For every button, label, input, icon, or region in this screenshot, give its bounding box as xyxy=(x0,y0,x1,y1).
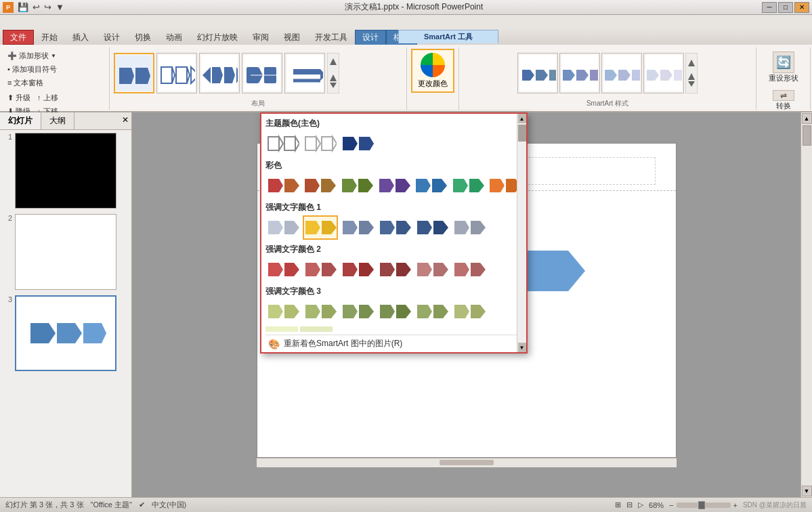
close-btn[interactable]: ✕ xyxy=(794,2,809,13)
view-reading-icon[interactable]: ▷ xyxy=(638,500,643,509)
svg-marker-189 xyxy=(480,305,486,318)
layout-btn-5[interactable] xyxy=(284,53,325,93)
slide-item-3[interactable]: 3 xyxy=(3,295,129,371)
right-scrollbar[interactable]: ▲ ▼ xyxy=(800,112,812,497)
theme-color-3[interactable] xyxy=(340,131,375,156)
tab-file[interactable]: 文件 xyxy=(3,30,34,45)
redo-quick-btn[interactable]: ↪ xyxy=(43,2,53,12)
theme-color-2[interactable] xyxy=(303,131,338,156)
customize-quick-btn[interactable]: ▼ xyxy=(54,2,66,12)
accent3-5[interactable] xyxy=(414,299,450,324)
color-3[interactable] xyxy=(339,173,375,198)
accent1-6[interactable] xyxy=(452,215,487,240)
theme-color-label: 主题颜色(主色) xyxy=(265,118,522,129)
save-quick-btn[interactable]: 💾 xyxy=(16,2,30,12)
accent3-3[interactable] xyxy=(340,299,375,324)
text-pane-btn[interactable]: ≡ 文本窗格 xyxy=(5,76,45,89)
add-bullet-btn[interactable]: • 添加项目符号 xyxy=(5,62,59,76)
slide-thumb-3[interactable] xyxy=(15,295,116,371)
theme-color-1[interactable] xyxy=(265,131,301,156)
accent2-5[interactable] xyxy=(414,257,450,282)
change-color-btn[interactable]: 更改颜色 xyxy=(411,49,454,93)
zoom-thumb[interactable] xyxy=(698,501,705,509)
accent1-4[interactable] xyxy=(377,215,412,240)
accent3-4[interactable] xyxy=(377,299,412,324)
style-btn-1[interactable] xyxy=(517,53,558,93)
tab-outline[interactable]: 大纲 xyxy=(41,112,74,129)
tab-insert[interactable]: 插入 xyxy=(65,30,96,45)
accent3-6[interactable] xyxy=(452,299,487,324)
accent2-6[interactable] xyxy=(452,257,487,282)
slide-thumb-1[interactable] xyxy=(15,133,116,209)
svg-marker-116 xyxy=(506,179,515,192)
color-4[interactable] xyxy=(377,173,412,198)
layout-btn-4[interactable] xyxy=(242,53,282,93)
svg-marker-110 xyxy=(453,179,464,192)
layout-scroll-up[interactable] xyxy=(327,53,339,93)
accent2-4[interactable] xyxy=(377,257,412,282)
color-5[interactable] xyxy=(413,173,448,198)
accent1-1[interactable] xyxy=(265,215,301,240)
recolor-smartart-btn[interactable]: 🎨 重新着色SmartArt 图中的图片(R) xyxy=(265,335,522,352)
tab-design[interactable]: 设计 xyxy=(96,30,127,45)
svg-marker-166 xyxy=(268,305,279,318)
tab-animations[interactable]: 动画 xyxy=(158,30,190,45)
scroll-thumb[interactable] xyxy=(803,125,811,146)
tab-transitions[interactable]: 切换 xyxy=(127,30,158,45)
zoom-slider[interactable] xyxy=(677,503,731,508)
add-shape-dropdown-icon[interactable]: ▼ xyxy=(51,53,56,59)
tab-home[interactable]: 开始 xyxy=(34,30,65,45)
accent2-3[interactable] xyxy=(340,257,375,282)
accent3-2[interactable] xyxy=(303,299,338,324)
tab-smartart-design[interactable]: 设计 xyxy=(355,30,386,45)
svg-marker-3 xyxy=(135,68,148,84)
minimize-btn[interactable]: ─ xyxy=(762,2,777,13)
dropdown-scrollbar[interactable]: ▲ ▼ xyxy=(517,114,526,352)
layout-btn-2[interactable] xyxy=(156,53,197,93)
style-btn-4[interactable] xyxy=(643,53,684,93)
dropdown-scroll-down[interactable]: ▼ xyxy=(518,343,526,352)
tab-slideshow[interactable]: 幻灯片放映 xyxy=(190,30,245,45)
convert-btn[interactable]: ⇌ 转换 xyxy=(765,87,803,114)
style-btn-2[interactable] xyxy=(559,53,600,93)
tab-review[interactable]: 审阅 xyxy=(245,30,276,45)
tab-view[interactable]: 视图 xyxy=(276,30,307,45)
color-1[interactable] xyxy=(265,173,301,198)
maximize-btn[interactable]: □ xyxy=(778,2,793,13)
layout-btn-1[interactable] xyxy=(114,53,154,93)
layout-btn-3[interactable] xyxy=(199,53,240,93)
zoom-out-btn[interactable]: − xyxy=(669,501,673,509)
accent1-5[interactable] xyxy=(414,215,450,240)
slide-item-1[interactable]: 1 xyxy=(3,133,129,209)
accent2-2[interactable] xyxy=(303,257,338,282)
dropdown-scroll-up[interactable]: ▲ xyxy=(518,114,526,123)
accent1-3[interactable] xyxy=(340,215,375,240)
view-sort-icon[interactable]: ⊟ xyxy=(626,500,633,509)
move-up-btn[interactable]: ↑ 上移 xyxy=(35,91,60,104)
accent3-1[interactable] xyxy=(265,299,301,324)
scroll-up-btn[interactable]: ▲ xyxy=(802,113,812,124)
zoom-in-btn[interactable]: + xyxy=(733,501,738,509)
color-6[interactable] xyxy=(450,173,486,198)
style-btn-3[interactable] xyxy=(601,53,642,93)
undo-quick-btn[interactable]: ↩ xyxy=(31,2,41,12)
slide-item-2[interactable]: 2 xyxy=(3,214,129,290)
h-scroll-bar[interactable] xyxy=(257,458,677,467)
zoom-control[interactable]: − + xyxy=(669,501,738,509)
accent1-2-selected[interactable] xyxy=(303,215,338,240)
move-up-icon: ↑ xyxy=(37,93,41,102)
h-scroll-thumb[interactable] xyxy=(440,460,494,465)
upgrade-btn[interactable]: ⬆ 升级 xyxy=(5,91,33,104)
slide-thumb-2[interactable] xyxy=(15,214,116,290)
add-shape-btn[interactable]: ➕ 添加形状 ▼ xyxy=(5,49,58,62)
reset-shape-btn[interactable]: 🔄 重设形状 xyxy=(765,49,803,86)
accent2-1[interactable] xyxy=(265,257,301,282)
dropdown-scroll-thumb[interactable] xyxy=(518,125,526,142)
style-scroll[interactable] xyxy=(685,53,698,93)
tab-slides[interactable]: 幻灯片 xyxy=(0,112,41,129)
tab-developer[interactable]: 开发工具 xyxy=(307,30,355,45)
scroll-down-btn[interactable]: ▼ xyxy=(802,486,812,496)
view-normal-icon[interactable]: ⊞ xyxy=(615,500,621,509)
color-2[interactable] xyxy=(303,173,338,198)
panel-close-btn[interactable]: ✕ xyxy=(119,114,131,126)
